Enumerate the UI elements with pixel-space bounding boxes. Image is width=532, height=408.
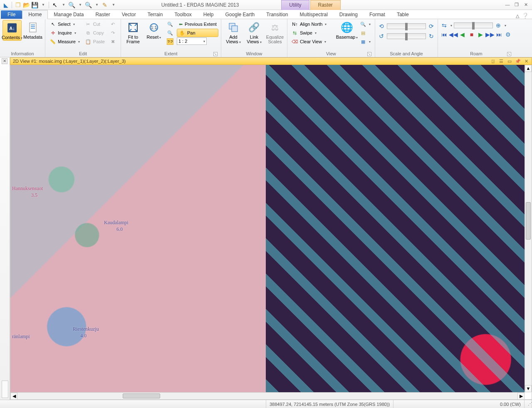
view-launcher-icon[interactable]: ↘ <box>367 52 371 56</box>
minimize-icon[interactable]: — <box>504 2 511 7</box>
open-icon[interactable]: 📂 <box>23 2 30 8</box>
close-icon[interactable]: ✕ <box>522 2 530 7</box>
svg-rect-4 <box>31 26 35 27</box>
tab-toolbox[interactable]: Toolbox <box>168 10 197 19</box>
undo-button[interactable]: ↶ <box>108 20 118 28</box>
vscroll-thumb[interactable] <box>526 202 531 240</box>
roam-stop-icon[interactable]: ■ <box>468 31 475 38</box>
tab-table[interactable]: Table <box>391 10 415 19</box>
delete-button[interactable]: ✖ <box>108 37 118 46</box>
dropdown-icon[interactable]: ▼ <box>77 2 83 8</box>
tab-help[interactable]: Help <box>198 10 220 19</box>
tab-transition[interactable]: Transition <box>260 10 294 19</box>
context-tab-utility[interactable]: Utility <box>281 0 309 10</box>
clear-view-button[interactable]: ⌫Clear View▾ <box>290 37 336 46</box>
context-tab-raster[interactable]: Raster <box>310 0 341 10</box>
tab-multispectral[interactable]: Multispectral <box>294 10 334 19</box>
dropdown-icon[interactable]: ▼ <box>110 2 116 8</box>
zoom-tool-button[interactable]: 🔍▾ <box>358 20 372 28</box>
map-canvas[interactable]: Hannuksensuot 3.5 Kaudalampi 6.0 Riesten… <box>10 65 532 400</box>
zoom-in-button[interactable]: 🔍 <box>165 20 175 28</box>
tab-drawing[interactable]: Drawing <box>334 10 364 19</box>
brush-icon[interactable]: ✎ <box>101 2 108 8</box>
metadata-button[interactable]: Metadata <box>23 20 42 40</box>
roam-play-icon[interactable]: ▶ <box>477 31 485 38</box>
roam-next-icon[interactable]: ▶▶ <box>486 31 494 38</box>
previous-extent-button[interactable]: ⬅Previous Extent <box>177 20 218 28</box>
dropdown-icon[interactable]: ▼ <box>60 2 67 8</box>
vertical-scrollbar[interactable]: ▲ ▼ <box>525 65 532 392</box>
view-tool1-icon[interactable]: ⍰ <box>490 58 496 64</box>
new-icon[interactable]: ❐ <box>15 2 21 8</box>
scale-input[interactable]: 1 : 2▾ <box>177 37 207 45</box>
horizontal-scrollbar[interactable]: ◀ ▶ <box>10 392 525 399</box>
roam-hmode-icon[interactable]: ⇆ <box>440 22 448 29</box>
cut-button[interactable]: ✂Cut <box>83 20 106 28</box>
tab-format[interactable]: Format <box>364 10 391 19</box>
help-icon[interactable]: ❔ <box>522 13 529 19</box>
link-views-button[interactable]: 🔗 Link Views▾ <box>245 20 264 45</box>
grid-tool-button[interactable]: ▦▾ <box>358 37 372 46</box>
contents-button[interactable]: A↓ Contents▾ <box>2 20 22 41</box>
angle-right-icon[interactable]: ↻ <box>428 32 435 40</box>
scroll-up-icon[interactable]: ▲ <box>525 65 532 72</box>
paste-button[interactable]: 📋Paste <box>83 37 106 46</box>
extent-launcher-icon[interactable]: ↘ <box>213 52 218 56</box>
roam-first-icon[interactable]: ⏮ <box>440 31 448 38</box>
status-resize-grip[interactable]: ⋰ <box>525 400 532 408</box>
add-views-button[interactable]: Add Views▾ <box>224 20 243 45</box>
copy-button[interactable]: ⧉Copy <box>83 29 106 37</box>
view-close-icon[interactable]: ✕ <box>523 58 529 64</box>
roam-play-back-icon[interactable]: ◀ <box>459 31 466 38</box>
zoom-out-icon[interactable]: 🔍 <box>85 2 92 8</box>
scroll-down-icon[interactable]: ▼ <box>525 385 532 392</box>
scale-right-icon[interactable]: ⟳ <box>428 22 435 30</box>
angle-slider[interactable] <box>387 33 426 39</box>
inquire-button[interactable]: ✛Inquire▾ <box>48 29 82 37</box>
swipe-button[interactable]: ⇆Swipe▾ <box>290 29 336 37</box>
roam-settings-icon[interactable]: ⚙ <box>505 31 512 38</box>
roam-htarget-icon[interactable]: ⊕ <box>495 22 502 29</box>
view-pin-icon[interactable]: 📌 <box>515 58 521 64</box>
select-button[interactable]: ↖Select▾ <box>48 20 82 28</box>
tab-google-earth[interactable]: Google Earth <box>220 10 261 19</box>
roam-last-icon[interactable]: ⏭ <box>495 31 503 38</box>
pointer-icon[interactable]: ↖ <box>52 2 58 8</box>
reset-button[interactable]: 1:1 Reset▾ <box>144 20 163 40</box>
equalize-scales-button[interactable]: ⚖ Equalize Scales <box>265 20 285 44</box>
tab-raster[interactable]: Raster <box>89 10 116 19</box>
collapsed-panel-tab[interactable] <box>2 381 8 398</box>
roam-hslider[interactable] <box>454 22 493 28</box>
restore-icon[interactable]: ❐ <box>513 2 520 7</box>
angle-left-icon[interactable]: ↺ <box>378 32 385 40</box>
dropdown-icon[interactable]: ▼ <box>40 2 46 8</box>
view-tool3-icon[interactable]: ▭ <box>507 58 512 64</box>
hscroll-thumb[interactable] <box>123 393 160 398</box>
ribbon-minimize-icon[interactable]: △ <box>516 14 519 18</box>
roam-launcher-icon[interactable]: ↘ <box>507 52 511 56</box>
tab-terrain[interactable]: Terrain <box>142 10 169 19</box>
measure-button[interactable]: 📏Measure▾ <box>48 37 82 46</box>
tab-home[interactable]: Home <box>22 10 48 19</box>
fit-to-frame-button[interactable]: Fit to Frame <box>124 20 143 44</box>
layer-tool-button[interactable]: ▤ <box>358 29 372 37</box>
view-tool2-icon[interactable]: ☰ <box>498 58 504 64</box>
roam-prev-icon[interactable]: ◀◀ <box>450 31 457 38</box>
scale-slider[interactable] <box>387 23 426 29</box>
interrogate-button[interactable]: ?:? <box>165 37 175 46</box>
panel-close-icon[interactable]: ✕ <box>2 58 7 64</box>
redo-button[interactable]: ↷ <box>108 29 118 37</box>
tab-vector[interactable]: Vector <box>116 10 142 19</box>
file-tab[interactable]: File <box>1 10 22 19</box>
tab-manage-data[interactable]: Manage Data <box>48 10 89 19</box>
scroll-right-icon[interactable]: ▶ <box>517 393 525 400</box>
zoom-in-icon[interactable]: 🔍 <box>68 2 75 8</box>
align-north-button[interactable]: N↑Align North▾ <box>290 20 336 28</box>
pan-button[interactable]: ✋Pan <box>177 29 218 37</box>
zoom-out-button[interactable]: 🔍 <box>165 29 175 37</box>
basemap-button[interactable]: 🌐 Basemap▾ <box>337 20 356 40</box>
scroll-left-icon[interactable]: ◀ <box>10 393 17 400</box>
save-icon[interactable]: 💾 <box>31 2 38 8</box>
dropdown-icon[interactable]: ▼ <box>93 2 100 8</box>
scale-left-icon[interactable]: ⟲ <box>378 22 385 30</box>
